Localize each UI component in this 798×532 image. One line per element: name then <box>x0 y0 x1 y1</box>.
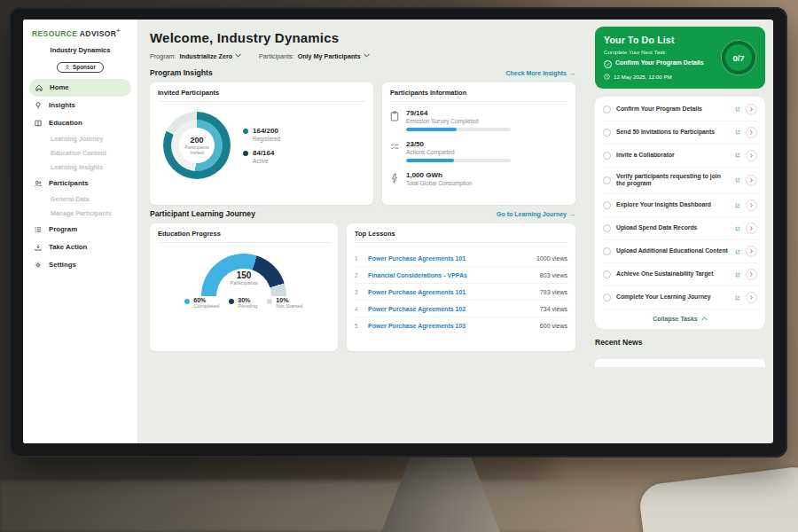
chevron-right-icon[interactable] <box>746 246 757 257</box>
go-to-learning-journey-link[interactable]: Go to Learning Journey → <box>497 211 575 217</box>
chevron-right-icon[interactable] <box>746 127 757 138</box>
sidebar-item-general-data[interactable]: General Data <box>23 192 137 207</box>
lesson-rank: 4 <box>355 306 362 312</box>
donut-center-value: 200 <box>190 136 203 145</box>
main-content: Welcome, Industry Dynamics Program: Indu… <box>138 20 587 443</box>
task-checkbox[interactable] <box>603 224 611 232</box>
chevron-down-icon <box>235 52 241 59</box>
filter-bar: Program: Industrialize Zero Participants… <box>150 52 575 60</box>
task-checkbox[interactable] <box>603 270 611 278</box>
open-task-icon[interactable] <box>735 129 740 135</box>
task-checkbox[interactable] <box>603 152 611 160</box>
participants-filter-dropdown[interactable]: Only My Participants <box>298 52 370 60</box>
lesson-views: 600 views <box>540 323 567 329</box>
todo-due-date: 12 May 2025, 12:00 PM <box>604 74 756 80</box>
donut-center-label: Participants Invited <box>183 145 211 156</box>
task-checkbox[interactable] <box>603 293 611 301</box>
sidebar-item-manage-participants[interactable]: Manage Participants <box>23 207 137 221</box>
sidebar-item-home[interactable]: Home <box>29 79 131 97</box>
chevron-right-icon[interactable] <box>746 175 757 186</box>
collapse-label: Collapse Tasks <box>653 316 697 322</box>
sidebar: RESOURCE ADVISOR+ Industry Dynamics Spon… <box>23 20 138 443</box>
sidebar-item-insights[interactable]: Insights <box>23 97 137 114</box>
lesson-rank: 1 <box>355 255 362 262</box>
task-checkbox[interactable] <box>603 106 611 113</box>
task-item[interactable]: Confirm Your Program Details <box>603 98 757 121</box>
chevron-right-icon[interactable] <box>746 292 757 303</box>
open-task-icon[interactable] <box>735 295 740 301</box>
lesson-link[interactable]: Power Purchase Agreements 102 <box>368 306 534 312</box>
open-task-icon[interactable] <box>735 226 740 231</box>
chevron-right-icon[interactable] <box>746 150 757 161</box>
legend-label: Completed <box>193 303 219 309</box>
sidebar-item-learning-insights[interactable]: Learning Insights <box>23 160 137 175</box>
lesson-link[interactable]: Financial Considerations - VPPAs <box>368 272 534 278</box>
legend-label: Active <box>253 158 274 164</box>
check-more-insights-link[interactable]: Check More Insights → <box>506 70 575 76</box>
chevron-right-icon[interactable] <box>746 200 757 211</box>
task-item[interactable]: Achieve One Sustainability Target <box>603 263 757 286</box>
legend-label: Not Started <box>276 303 302 309</box>
page-title: Welcome, Industry Dynamics <box>150 30 575 45</box>
open-task-icon[interactable] <box>735 106 740 112</box>
task-label: Upload Spend Data Records <box>616 224 730 232</box>
legend-item-active: 84/164 Active <box>243 149 280 164</box>
sidebar-item-label: Take Action <box>49 243 87 251</box>
clipboard-icon <box>390 111 399 121</box>
task-item[interactable]: Send 50 Invitations to Participants <box>603 121 757 145</box>
lesson-rank: 5 <box>355 323 362 329</box>
program-filter-dropdown[interactable]: Industrialize Zero <box>180 52 242 60</box>
task-checkbox[interactable] <box>603 129 611 137</box>
legend-value: 164/200 <box>253 127 280 136</box>
lesson-link[interactable]: Power Purchase Agreements 101 <box>368 289 534 295</box>
info-row-consumption: 1,000 GWh Total Global Consumption <box>390 171 567 187</box>
task-item[interactable]: Invite a Collaborator <box>603 145 757 168</box>
link-label: Go to Learning Journey <box>497 211 567 217</box>
sidebar-item-education-content[interactable]: Education Content <box>23 146 137 160</box>
open-task-icon[interactable] <box>735 272 740 278</box>
lesson-link[interactable]: Power Purchase Agreements 103 <box>368 323 534 329</box>
legend-pct: 60% <box>193 297 219 303</box>
lightbulb-icon <box>34 101 43 110</box>
task-checkbox[interactable] <box>603 247 611 255</box>
invited-participants-card: Invited Participants 200 Participants In… <box>150 82 373 205</box>
task-item[interactable]: Upload Additional Educational Content <box>603 240 757 263</box>
open-task-icon[interactable] <box>735 153 740 158</box>
monitor-stand <box>381 452 500 532</box>
chevron-right-icon[interactable] <box>746 104 757 115</box>
task-item[interactable]: Explore Your Insights Dashboard <box>603 194 757 217</box>
sidebar-item-education[interactable]: Education <box>23 114 137 132</box>
lesson-link[interactable]: Power Purchase Agreements 101 <box>368 255 530 262</box>
task-label: Invite a Collaborator <box>616 152 730 160</box>
info-row-actions: 23/50 Actions Completed <box>390 140 567 162</box>
program-filter-label: Program: <box>150 52 176 60</box>
todo-next-task[interactable]: Confirm Your Program Details <box>604 59 721 68</box>
collapse-tasks-button[interactable]: Collapse Tasks <box>603 309 757 327</box>
open-task-icon[interactable] <box>735 203 740 208</box>
task-item[interactable]: Upload Spend Data Records <box>603 217 757 240</box>
lesson-views: 803 views <box>540 272 567 278</box>
lesson-row: 1 Power Purchase Agreements 101 1000 vie… <box>355 250 567 267</box>
completed-dot <box>184 299 190 304</box>
sidebar-item-settings[interactable]: Settings <box>23 256 137 274</box>
sidebar-item-label: Home <box>50 83 69 91</box>
sidebar-item-program[interactable]: Program <box>23 221 137 239</box>
sidebar-item-participants[interactable]: Participants <box>23 175 137 192</box>
task-item[interactable]: Complete Your Learning Journey <box>603 286 757 309</box>
program-filter-value: Industrialize Zero <box>180 52 233 60</box>
task-checkbox[interactable] <box>603 201 611 209</box>
chevron-right-icon[interactable] <box>746 269 757 280</box>
open-task-icon[interactable] <box>735 177 740 183</box>
task-checkbox[interactable] <box>603 176 611 184</box>
organization-name: Industry Dynamics <box>23 46 137 54</box>
app-logo: RESOURCE ADVISOR+ <box>23 27 137 40</box>
download-icon <box>34 243 43 252</box>
sidebar-item-learning-journey[interactable]: Learning Journey <box>23 132 137 146</box>
sidebar-item-take-action[interactable]: Take Action <box>23 239 137 256</box>
open-task-icon[interactable] <box>735 249 740 254</box>
sidebar-nav: Home Insights Education Learning Journey… <box>23 79 137 274</box>
card-title: Education Progress <box>158 230 330 243</box>
pending-dot <box>229 299 234 304</box>
chevron-right-icon[interactable] <box>746 223 757 234</box>
task-item[interactable]: Verify participants requesting to join t… <box>603 168 757 195</box>
